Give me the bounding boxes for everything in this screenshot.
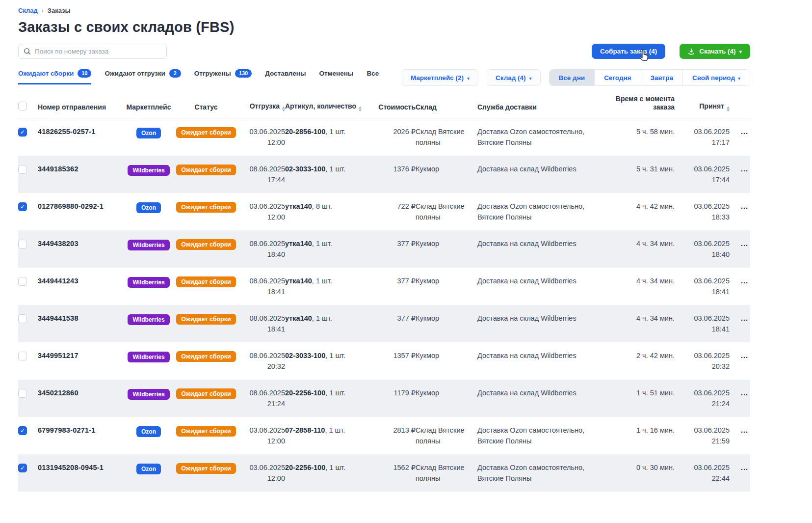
download-button[interactable]: Скачать (4)	[680, 44, 750, 59]
warehouse-name: Склад Вятские поляны	[416, 193, 477, 222]
elapsed-time: 5 ч. 58 мин.	[596, 118, 675, 137]
shipment-time: 17:44	[236, 174, 285, 185]
marketplace-filter-label: Маркетплейс (2)	[411, 74, 464, 82]
accepted-date: 03.06.2025	[675, 238, 730, 249]
row-actions-button[interactable]: ...	[730, 156, 750, 174]
column-header-accepted[interactable]: Принят	[675, 102, 730, 111]
row-actions-button[interactable]: ...	[730, 342, 750, 361]
marketplace-badge: Wildberries	[128, 240, 169, 250]
status-badge: Ожидает сборки	[176, 127, 236, 138]
status-tab-badge: 130	[235, 69, 252, 78]
status-tab[interactable]: Отменены	[319, 69, 353, 84]
row-actions-button[interactable]: ...	[730, 193, 750, 212]
breadcrumb-separator: ›	[42, 7, 44, 14]
status-tab[interactable]: Все	[367, 69, 379, 84]
warehouse-filter-button[interactable]: Склад (4)	[487, 69, 541, 86]
column-header-shipment[interactable]: Отгрузка	[236, 102, 285, 111]
accepted-time: 21:24	[675, 398, 730, 409]
column-header-delivery: Служба доставки	[477, 103, 596, 111]
shipment-time: 18:41	[236, 286, 285, 297]
order-price: 2026 ₽	[373, 118, 416, 137]
row-checkbox[interactable]	[18, 202, 27, 211]
order-price: 1562 ₽	[373, 454, 416, 473]
breadcrumb-link-warehouse[interactable]: Склад	[18, 7, 38, 14]
shipment-date: 08.06.2025	[236, 164, 285, 174]
table-row: 0131945208-0945-1 Ozon Ожидает сборки 03…	[18, 454, 750, 492]
period-segment[interactable]: Сегодня	[594, 70, 640, 85]
status-tab[interactable]: Ожидают отгрузки 2	[105, 69, 181, 84]
shipment-time: 20:32	[236, 361, 285, 372]
row-checkbox[interactable]	[18, 314, 27, 323]
elapsed-time: 4 ч. 42 мин.	[596, 193, 675, 212]
period-segment[interactable]: Все дни	[550, 70, 595, 85]
period-segment-label: Свой период	[692, 74, 735, 82]
select-all-checkbox[interactable]	[18, 102, 27, 110]
row-actions-button[interactable]: ...	[730, 118, 750, 137]
article-code: утка140	[285, 277, 312, 285]
shipment-date: 08.06.2025	[236, 275, 285, 286]
delivery-service: Доставка на склад Wildberries	[477, 380, 596, 398]
column-header-article[interactable]: Артикул, количество	[285, 102, 373, 111]
elapsed-time: 4 ч. 34 мин.	[596, 305, 675, 324]
accepted-time: 20:32	[675, 361, 730, 372]
status-tab[interactable]: Доставлены	[265, 69, 306, 84]
row-checkbox[interactable]	[18, 464, 27, 472]
shipment-number: 41826255-0257-1	[38, 128, 96, 136]
row-checkbox[interactable]	[18, 352, 27, 360]
table-row: 67997983-0271-1 Ozon Ожидает сборки 03.0…	[18, 417, 750, 454]
status-badge: Ожидает сборки	[176, 388, 236, 399]
status-tab[interactable]: Ожидают сборки 10	[18, 69, 91, 84]
marketplace-badge: Wildberries	[128, 352, 169, 362]
row-checkbox[interactable]	[18, 389, 27, 398]
warehouse-name: Склад Вятские поляны	[416, 118, 477, 148]
row-checkbox[interactable]	[18, 426, 27, 435]
shipment-date: 03.06.2025	[236, 201, 285, 212]
row-actions-button[interactable]: ...	[730, 230, 750, 249]
shipment-date: 03.06.2025	[236, 126, 285, 137]
tabs-row: Ожидают сборки 10 Ожидают отгрузки 2 Отг…	[18, 69, 750, 86]
row-checkbox[interactable]	[18, 128, 27, 137]
delivery-service: Доставка на склад Wildberries	[477, 342, 596, 361]
article-code: утка140	[285, 314, 312, 322]
marketplace-filter-button[interactable]: Маркетплейс (2)	[402, 69, 478, 86]
status-badge: Ожидает сборки	[176, 463, 236, 474]
row-actions-button[interactable]: ...	[730, 268, 750, 286]
row-checkbox[interactable]	[18, 240, 27, 248]
shipment-number: 3449951217	[38, 352, 79, 359]
row-checkbox[interactable]	[18, 165, 27, 174]
period-segment[interactable]: Свой период	[682, 70, 750, 85]
status-tab[interactable]: Отгружены 130	[194, 69, 252, 84]
accepted-date: 03.06.2025	[675, 387, 730, 398]
marketplace-badge: Ozon	[136, 202, 161, 213]
row-actions-button[interactable]: ...	[730, 417, 750, 436]
page-title: Заказы с своих складов (FBS)	[18, 19, 750, 35]
row-actions-button[interactable]: ...	[730, 380, 750, 398]
table-row: 0127869880-0292-1 Ozon Ожидает сборки 03…	[18, 193, 750, 230]
delivery-service: Доставка Ozon самостоятельно, Вятские По…	[477, 118, 596, 148]
warehouse-name: Кукмор	[416, 230, 477, 249]
shipment-time: 21:24	[236, 398, 285, 409]
accepted-date: 03.06.2025	[675, 462, 730, 473]
marketplace-badge: Wildberries	[128, 314, 169, 325]
download-icon	[688, 48, 695, 55]
status-tab-label: Доставлены	[265, 70, 306, 77]
order-price: 377 ₽	[373, 230, 416, 249]
marketplace-badge: Ozon	[136, 128, 161, 138]
chevron-down-icon	[529, 74, 532, 82]
orders-table-body: 41826255-0257-1 Ozon Ожидает сборки 03.0…	[18, 118, 750, 492]
period-segment[interactable]: Завтра	[641, 70, 682, 85]
row-actions-button[interactable]: ...	[730, 305, 750, 324]
assemble-order-button[interactable]: Собрать заказ (4)	[592, 44, 665, 59]
search-input[interactable]	[35, 48, 161, 55]
status-tab-label: Отменены	[319, 70, 353, 77]
page: Склад › Заказы Заказы с своих складов (F…	[18, 0, 750, 492]
shipment-number: 3449185362	[38, 165, 79, 173]
row-actions-button[interactable]: ...	[730, 454, 750, 473]
accepted-time: 18:41	[675, 324, 730, 334]
delivery-service: Доставка Ozon самостоятельно, Вятские По…	[477, 193, 596, 222]
status-badge: Ожидает сборки	[176, 351, 236, 362]
period-segment-label: Завтра	[651, 74, 673, 82]
accepted-date: 03.06.2025	[675, 313, 730, 324]
row-checkbox[interactable]	[18, 277, 27, 286]
shipment-number: 0131945208-0945-1	[38, 464, 104, 471]
